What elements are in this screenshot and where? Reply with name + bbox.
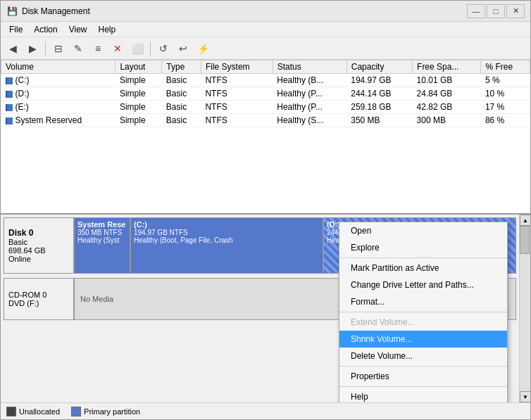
- cell-pct: 10 %: [481, 87, 530, 101]
- maximize-button[interactable]: □: [487, 4, 505, 18]
- cell-fs: NTFS: [201, 74, 273, 87]
- ctx-properties[interactable]: Properties: [339, 368, 507, 385]
- cell-capacity: 194.97 GB: [346, 74, 412, 87]
- cdrom0-letter: DVD (F:): [8, 299, 69, 307]
- volume-table-container: Volume Layout Type File System Status Ca…: [1, 60, 530, 215]
- cell-status: Healthy (P...: [273, 101, 346, 114]
- title-bar-controls: — □ ✕: [467, 4, 525, 18]
- cell-capacity: 350 MB: [346, 114, 412, 127]
- cell-status: Healthy (P...: [273, 87, 346, 101]
- settings-button[interactable]: ⚡: [194, 40, 212, 57]
- ctx-sep-2: [339, 312, 507, 312]
- ctx-sep-3: [339, 366, 507, 367]
- table-row[interactable]: System Reserved Simple Basic NTFS Health…: [1, 114, 530, 127]
- cell-free: 42.82 GB: [413, 101, 481, 114]
- table-row[interactable]: (C:) Simple Basic NTFS Healthy (B... 194…: [1, 74, 530, 87]
- minimize-button[interactable]: —: [467, 4, 485, 18]
- disk-scroll-area: Disk 0 Basic 698.64 GB Online System Res…: [1, 215, 530, 402]
- cell-pct: 86 %: [481, 114, 530, 127]
- legend-primary-label: Primary partition: [84, 407, 140, 416]
- ctx-sep-1: [339, 257, 507, 258]
- cell-volume: (C:): [1, 74, 115, 87]
- ctx-change-letter[interactable]: Change Drive Letter and Paths...: [339, 276, 507, 293]
- disk0-status: Online: [8, 255, 69, 263]
- partition-sysreserved-d1: 350 MB NTFS: [77, 229, 127, 236]
- scrollbar-thumb[interactable]: [520, 226, 530, 254]
- disk-main: Disk 0 Basic 698.64 GB Online System Res…: [1, 215, 519, 402]
- main-content: Volume Layout Type File System Status Ca…: [1, 60, 530, 419]
- undo-button[interactable]: ↩: [174, 40, 192, 57]
- back-button[interactable]: ◀: [4, 40, 22, 57]
- cell-volume: System Reserved: [1, 114, 115, 127]
- col-pctfree[interactable]: % Free: [481, 61, 530, 74]
- ctx-shrink[interactable]: Shrink Volume...: [339, 331, 507, 348]
- cell-status: Healthy (S...: [273, 114, 346, 127]
- window-title: Disk Management: [22, 6, 467, 16]
- col-type[interactable]: Type: [162, 61, 201, 74]
- partition-c-name: (C:): [134, 220, 320, 229]
- cell-volume: (E:): [1, 101, 115, 114]
- ctx-explore[interactable]: Explore: [339, 239, 507, 256]
- menu-file[interactable]: File: [4, 23, 28, 36]
- cell-layout: Simple: [115, 114, 162, 127]
- disk0-name: Disk 0: [8, 228, 69, 238]
- context-menu: Open Explore Mark Partition as Active Ch…: [339, 222, 508, 402]
- scrollbar-track[interactable]: [520, 226, 530, 391]
- cell-type: Basic: [162, 87, 201, 101]
- disk0-info: Disk 0 Basic 698.64 GB Online: [4, 217, 74, 274]
- menu-help[interactable]: Help: [93, 23, 122, 36]
- cell-capacity: 259.18 GB: [346, 101, 412, 114]
- window-icon: 💾: [6, 6, 18, 17]
- menu-bar: File Action View Help: [1, 22, 530, 37]
- col-freespace[interactable]: Free Spa...: [413, 61, 481, 74]
- menu-action[interactable]: Action: [28, 23, 63, 36]
- col-filesystem[interactable]: File System: [201, 61, 273, 74]
- view-button[interactable]: ⊟: [49, 40, 68, 57]
- cdrom0-status: No Media: [80, 295, 113, 303]
- edit-button[interactable]: ✎: [69, 40, 87, 57]
- col-layout[interactable]: Layout: [115, 61, 162, 74]
- partition-sysreserved-name: System Rese: [77, 220, 127, 229]
- cell-fs: NTFS: [201, 114, 273, 127]
- ctx-format[interactable]: Format...: [339, 293, 507, 310]
- cell-type: Basic: [162, 114, 201, 127]
- toolbar: ◀ ▶ ⊟ ✎ ≡ ✕ ⬜ ↺ ↩ ⚡: [1, 37, 530, 60]
- vertical-scrollbar: ▲ ▼: [519, 215, 530, 402]
- col-capacity[interactable]: Capacity: [346, 61, 412, 74]
- scrollbar-down[interactable]: ▼: [520, 391, 530, 402]
- volume-table: Volume Layout Type File System Status Ca…: [1, 60, 530, 127]
- table-row[interactable]: (E:) Simple Basic NTFS Healthy (P... 259…: [1, 101, 530, 114]
- cell-layout: Simple: [115, 101, 162, 114]
- forward-button[interactable]: ▶: [23, 40, 42, 57]
- partition-c[interactable]: (C:) 194.97 GB NTFS Healthy (Boot, Page …: [131, 218, 324, 273]
- cell-status: Healthy (B...: [273, 74, 346, 87]
- disk-management-window: 💾 Disk Management — □ ✕ File Action View…: [0, 0, 531, 420]
- legend-primary: Primary partition: [71, 407, 140, 416]
- close-button[interactable]: ✕: [506, 4, 525, 18]
- list-button[interactable]: ≡: [89, 40, 107, 57]
- cell-free: 24.84 GB: [413, 87, 481, 101]
- table-row[interactable]: (D:) Simple Basic NTFS Healthy (P... 244…: [1, 87, 530, 101]
- cell-pct: 17 %: [481, 101, 530, 114]
- menu-view[interactable]: View: [63, 23, 93, 36]
- ctx-mark-active[interactable]: Mark Partition as Active: [339, 260, 507, 276]
- partition-sysreserved[interactable]: System Rese 350 MB NTFS Healthy (Syst: [75, 218, 131, 273]
- cdrom0-info: CD-ROM 0 DVD (F:): [4, 278, 74, 320]
- partition-c-d2: Healthy (Boot, Page File, Crash: [134, 236, 320, 244]
- ctx-help[interactable]: Help: [339, 388, 507, 402]
- scrollbar-up[interactable]: ▲: [520, 215, 530, 226]
- title-bar: 💾 Disk Management — □ ✕: [1, 1, 530, 22]
- ctx-open[interactable]: Open: [339, 222, 507, 239]
- cell-capacity: 244.14 GB: [346, 87, 412, 101]
- disk0-type: Basic: [8, 238, 69, 246]
- disk0-size: 698.64 GB: [8, 246, 69, 255]
- cell-free: 300 MB: [413, 114, 481, 127]
- refresh-button[interactable]: ↺: [154, 40, 173, 57]
- col-status[interactable]: Status: [273, 61, 346, 74]
- cell-type: Basic: [162, 74, 201, 87]
- col-volume[interactable]: Volume: [1, 61, 115, 74]
- cell-layout: Simple: [115, 74, 162, 87]
- export-button[interactable]: ⬜: [128, 40, 146, 57]
- delete-button[interactable]: ✕: [108, 40, 127, 57]
- ctx-delete[interactable]: Delete Volume...: [339, 348, 507, 364]
